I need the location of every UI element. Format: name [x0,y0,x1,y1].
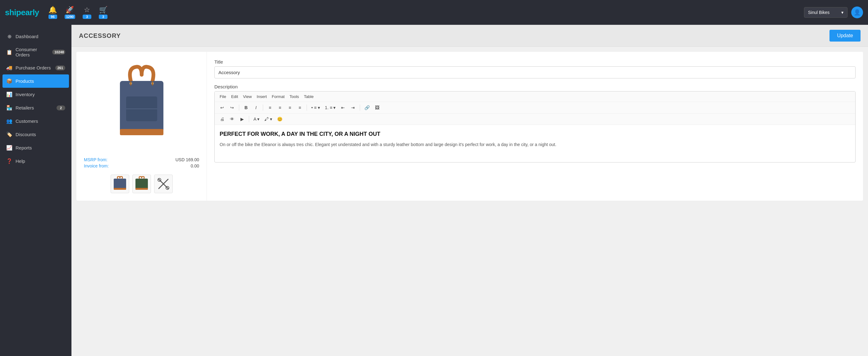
rocket-badge: 1290 [65,14,75,19]
help-icon: ❓ [6,158,12,164]
sidebar-item-discounts[interactable]: 🏷️ Discounts [0,128,71,141]
toolbar-separator-3 [307,105,307,111]
sidebar-label-purchase-orders: Purchase Orders [16,65,51,70]
sidebar-label-dashboard: Dashboard [16,34,38,39]
rte-content-area[interactable]: PERFECT FOR WORK, A DAY IN THE CITY, OR … [215,125,855,162]
sidebar-item-reports[interactable]: 📈 Reports [0,141,71,154]
highlight-button[interactable]: 🖍 ▾ [262,115,274,123]
product-thumbnails [111,175,173,193]
rte-menu-table[interactable]: Table [302,93,315,100]
invoice-value: 0.00 [191,164,199,168]
media-button[interactable]: ▶ [238,115,246,123]
cart-icon-btn[interactable]: 🛒 3 [99,6,107,19]
sidebar-item-inventory[interactable]: 📊 Inventory [0,88,71,101]
product-panel: MSRP from: USD 169.00 Invoice from: 0.00 [76,52,863,201]
sidebar-item-customers[interactable]: 👥 Customers [0,114,71,128]
rte-menu-tools[interactable]: Tools [288,93,301,100]
outdent-button[interactable]: ⇤ [339,104,347,111]
bullet-list-button[interactable]: • ≡ ▾ [309,104,322,111]
sidebar-item-retailers[interactable]: 🏪 Retailers 2 [0,101,71,114]
title-field-label: Title [214,59,856,65]
undo-button[interactable]: ↩ [218,104,226,111]
align-right-button[interactable]: ≡ [285,104,294,111]
retailers-icon: 🏪 [6,105,12,111]
logo[interactable]: shipearly [5,8,39,17]
page-title: ACCESSORY [79,32,121,39]
sidebar-label-inventory: Inventory [16,92,35,97]
description-field-label: Description [214,84,856,89]
rte-menu-insert[interactable]: Insert [255,93,269,100]
content-area: ACCESSORY Update [71,25,868,356]
dashboard-icon: ⊕ [6,34,12,39]
toolbar-separator-2 [263,105,263,111]
reports-icon: 📈 [6,145,12,151]
print-button[interactable]: 🖨 [218,115,226,123]
products-icon: 📦 [6,78,12,84]
align-justify-button[interactable]: ≡ [296,104,304,111]
svg-rect-11 [135,188,148,190]
sidebar: ⊕ Dashboard 📋 Consumer Orders 10248 🚚 Pu… [0,25,71,356]
purchase-orders-icon: 🚚 [6,65,12,71]
msrp-value: USD 169.00 [176,157,199,162]
rte-toolbar-2: 🖨 👁 ▶ A ▾ 🖍 ▾ 😊 [215,113,855,125]
align-center-button[interactable]: ≡ [276,104,284,111]
msrp-label: MSRP from: [84,157,107,162]
customers-icon: 👥 [6,118,12,124]
numbered-list-button[interactable]: 1. ≡ ▾ [323,104,338,111]
consumer-orders-icon: 📋 [6,49,12,55]
indent-button[interactable]: ⇥ [348,104,357,111]
store-selector[interactable]: Sinul Bikes ▾ [804,7,847,18]
purchase-orders-badge: 261 [55,65,65,70]
svg-rect-3 [120,129,163,135]
sidebar-item-help[interactable]: ❓ Help [0,154,71,168]
rich-text-editor: File Edit View Insert Format Tools Table… [214,91,856,163]
preview-button[interactable]: 👁 [228,115,237,123]
rocket-icon-btn[interactable]: 🚀 1290 [65,6,75,19]
thumbnail-3[interactable] [154,175,173,193]
invoice-label: Invoice from: [84,164,109,168]
topnav-right: Sinul Bikes ▾ 👤 [804,6,863,18]
chevron-down-icon: ▾ [841,10,843,15]
rte-menu-edit[interactable]: Edit [229,93,240,100]
emoji-button[interactable]: 😊 [275,115,284,123]
retailers-badge: 2 [57,105,65,110]
sidebar-label-retailers: Retailers [16,105,34,110]
logo-part1: ship [5,8,21,17]
sidebar-item-consumer-orders[interactable]: 📋 Consumer Orders 10248 [0,43,71,61]
align-left-button[interactable]: ≡ [266,104,274,111]
product-image-section: MSRP from: USD 169.00 Invoice from: 0.00 [76,52,207,201]
sidebar-item-purchase-orders[interactable]: 🚚 Purchase Orders 261 [0,61,71,74]
user-avatar-button[interactable]: 👤 [851,6,863,18]
sidebar-label-help: Help [16,158,25,164]
sidebar-label-discounts: Discounts [16,132,36,137]
link-button[interactable]: 🔗 [363,104,372,111]
rte-menu-file[interactable]: File [218,93,228,100]
thumbnail-2[interactable] [132,175,151,193]
image-button[interactable]: 🖼 [373,104,381,111]
main-layout: ⊕ Dashboard 📋 Consumer Orders 10248 🚚 Pu… [0,25,868,356]
sidebar-item-products[interactable]: 📦 Products [2,74,69,88]
product-pricing: MSRP from: USD 169.00 Invoice from: 0.00 [84,157,199,170]
notification-badge: 96 [49,14,57,19]
rte-body-text: On or off the bike the Eleanor is always… [220,141,850,148]
logo-part2: early [21,8,39,17]
rte-menu-view[interactable]: View [241,93,253,100]
nav-icon-group: 🔔 96 🚀 1290 ☆ 3 🛒 3 [49,6,107,19]
sidebar-label-customers: Customers [16,118,38,124]
page-header: ACCESSORY Update [71,25,868,47]
font-color-button[interactable]: A ▾ [252,115,261,123]
update-button[interactable]: Update [830,30,861,41]
rte-menubar: File Edit View Insert Format Tools Table [215,92,855,102]
sidebar-label-products: Products [16,78,34,84]
italic-button[interactable]: I [252,104,260,111]
rte-menu-format[interactable]: Format [270,93,286,100]
notification-icon-btn[interactable]: 🔔 96 [49,6,57,19]
inventory-icon: 📊 [6,92,12,97]
star-icon-btn[interactable]: ☆ 3 [83,6,91,19]
bold-button[interactable]: B [242,104,250,111]
title-input[interactable] [214,66,856,78]
thumbnail-1[interactable] [111,175,129,193]
sidebar-item-dashboard[interactable]: ⊕ Dashboard [0,30,71,43]
rte-heading: PERFECT FOR WORK, A DAY IN THE CITY, OR … [220,130,850,138]
redo-button[interactable]: ↪ [228,104,237,111]
